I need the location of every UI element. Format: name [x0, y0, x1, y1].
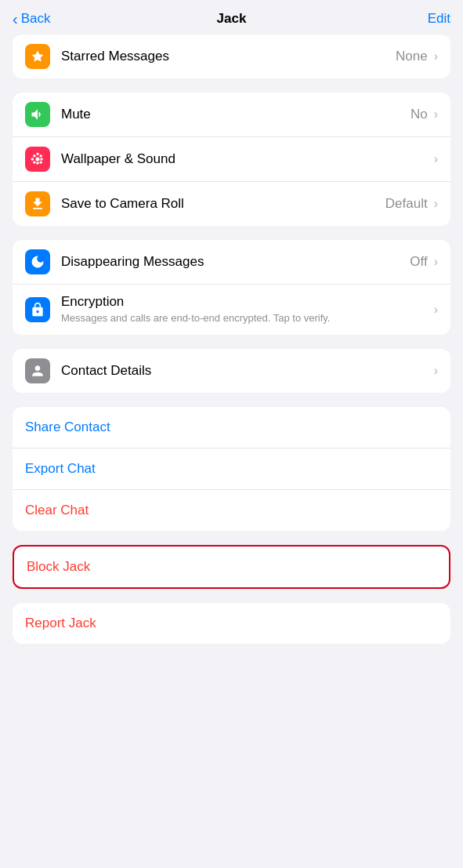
mute-label: Mute [61, 107, 91, 122]
mute-value: No [411, 107, 428, 122]
report-jack-card: Report Jack [13, 603, 450, 644]
block-jack-label: Block Jack [27, 559, 90, 574]
report-jack-label: Report Jack [25, 616, 96, 630]
section2-card: Disappearing Messages Off › Encryption M… [13, 240, 450, 335]
lock-icon [30, 302, 45, 318]
encryption-label: Encryption [61, 294, 124, 309]
mute-chevron: › [434, 107, 438, 122]
share-contact-row[interactable]: Share Contact [13, 407, 450, 448]
svg-point-0 [36, 158, 40, 162]
section3-card: Contact Details › [13, 349, 450, 393]
mute-icon-wrapper [25, 102, 50, 127]
mute-row[interactable]: Mute No › [13, 93, 450, 136]
starred-messages-icon [25, 44, 50, 69]
disappearing-value: Off [410, 254, 427, 270]
wallpaper-icon-wrapper [25, 147, 50, 172]
save-label: Save to Camera Roll [61, 196, 184, 211]
actions-card: Share Contact Export Chat Clear Chat [13, 407, 450, 531]
starred-messages-chevron: › [434, 49, 438, 64]
person-icon [30, 363, 45, 379]
encryption-icon-wrapper [25, 297, 50, 322]
wallpaper-row[interactable]: Wallpaper & Sound › [13, 136, 450, 181]
contact-details-row[interactable]: Contact Details › [13, 349, 450, 393]
main-content: Starred Messages None › Mute No › [0, 35, 463, 644]
save-icon-wrapper [25, 191, 50, 216]
report-jack-row[interactable]: Report Jack [13, 603, 450, 644]
share-contact-label: Share Contact [25, 419, 110, 434]
wallpaper-chevron: › [434, 152, 438, 166]
wallpaper-label: Wallpaper & Sound [61, 151, 175, 166]
starred-messages-card: Starred Messages None › [13, 35, 450, 78]
save-icon [30, 196, 45, 212]
encryption-row[interactable]: Encryption Messages and calls are end-to… [13, 284, 450, 335]
disappearing-icon-wrapper [25, 249, 50, 274]
export-chat-row[interactable]: Export Chat [13, 448, 450, 489]
back-chevron-icon: ‹ [13, 11, 18, 27]
clear-chat-label: Clear Chat [25, 503, 89, 518]
export-chat-label: Export Chat [25, 461, 96, 476]
flower-icon [30, 151, 45, 167]
starred-messages-label: Starred Messages [61, 49, 169, 64]
block-jack-row[interactable]: Block Jack [14, 547, 449, 587]
contact-details-label: Contact Details [61, 363, 151, 378]
starred-messages-row[interactable]: Starred Messages None › [13, 35, 450, 78]
page-title: Jack [217, 11, 247, 27]
disappearing-chevron: › [434, 255, 438, 269]
disappearing-label: Disappearing Messages [61, 254, 204, 269]
speaker-icon [30, 107, 45, 122]
encryption-sublabel: Messages and calls are end-to-end encryp… [61, 311, 434, 325]
moon-icon [30, 254, 45, 270]
starred-messages-value: None [396, 49, 428, 64]
contact-icon-wrapper [25, 358, 50, 383]
navigation-bar: ‹ Back Jack Edit [0, 0, 463, 35]
star-icon [31, 49, 45, 64]
disappearing-row[interactable]: Disappearing Messages Off › [13, 240, 450, 284]
encryption-chevron: › [434, 303, 438, 317]
clear-chat-row[interactable]: Clear Chat [13, 489, 450, 531]
back-label: Back [21, 11, 51, 27]
section1-card: Mute No › Wallpaper & Sound › [13, 93, 450, 226]
edit-button[interactable]: Edit [428, 11, 450, 27]
back-button[interactable]: ‹ Back [13, 11, 50, 27]
save-chevron: › [434, 197, 438, 211]
save-to-camera-row[interactable]: Save to Camera Roll Default › [13, 181, 450, 226]
contact-details-chevron: › [434, 364, 438, 378]
save-value: Default [385, 196, 428, 212]
block-jack-card: Block Jack [13, 545, 450, 589]
